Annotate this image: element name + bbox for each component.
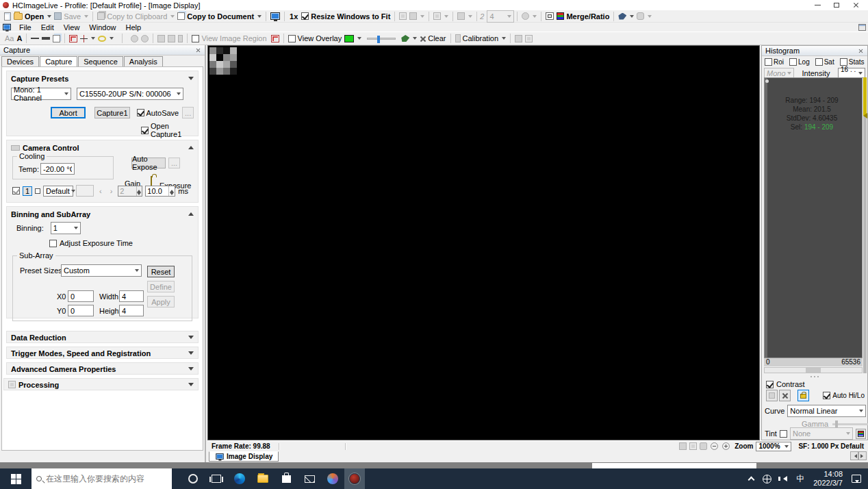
collapse-icon[interactable]: [188, 383, 194, 389]
adjust-exposure-toggle[interactable]: Adjust Exposure Time: [45, 234, 198, 247]
prev-arrow[interactable]: ‹: [97, 187, 105, 195]
task-view-button[interactable]: [205, 468, 228, 489]
collapse-icon[interactable]: [188, 367, 194, 373]
calibration-button[interactable]: Calibration: [454, 34, 508, 42]
snapshot-quick-icon[interactable]: [700, 442, 707, 450]
histogram-scrollbar[interactable]: [764, 367, 863, 373]
channel-1-button[interactable]: 1: [23, 186, 32, 196]
auto-expose-button[interactable]: Auto Expose: [131, 158, 166, 168]
tab-scroll-left-button[interactable]: [850, 451, 858, 460]
contrast-scale-button[interactable]: [766, 390, 778, 401]
image-display-tab[interactable]: Image Display: [209, 451, 279, 462]
camera-control-header[interactable]: Camera Control: [7, 140, 198, 152]
overlay-color-button[interactable]: [343, 35, 363, 42]
zoom-select[interactable]: 1000%: [756, 442, 791, 451]
tab-analysis[interactable]: Analysis: [124, 56, 163, 66]
mdi-window-icon[interactable]: [858, 24, 866, 31]
image-canvas[interactable]: [207, 45, 760, 440]
open-capture1-toggle[interactable]: Open Capture1: [137, 118, 198, 138]
file-explorer-button[interactable]: [251, 468, 275, 489]
binning-header[interactable]: Binning and SubArray: [7, 207, 198, 221]
mail-button[interactable]: [298, 468, 321, 489]
height-field[interactable]: [119, 305, 144, 316]
region-outline-button[interactable]: [408, 12, 426, 20]
collapse-icon[interactable]: [188, 210, 194, 216]
crosshair-dropdown-icon[interactable]: [91, 37, 95, 42]
advanced-camera-section[interactable]: Advanced Camera Properties: [6, 362, 199, 375]
spinner-buttons[interactable]: [136, 186, 142, 196]
cortana-button[interactable]: [181, 468, 205, 489]
exposure-lock-icon[interactable]: [151, 176, 152, 186]
sequence-pane-button[interactable]: [544, 12, 555, 20]
crosshair-button[interactable]: [79, 35, 97, 42]
open-capture1-checkbox[interactable]: [141, 127, 149, 134]
rotate-left-button[interactable]: [156, 35, 166, 42]
overlay-opacity-slider[interactable]: [367, 38, 396, 40]
store-button[interactable]: [275, 468, 298, 489]
taskbar-clock[interactable]: 14:08 2022/3/7: [813, 470, 843, 488]
hidden-icons-chevron[interactable]: [748, 477, 755, 484]
slider-thumb[interactable]: [377, 36, 380, 43]
clear-overlay-button[interactable]: Clear: [418, 34, 447, 42]
autosave-checkbox[interactable]: [137, 109, 144, 116]
gear-button-1[interactable]: [129, 35, 140, 42]
curve-select[interactable]: Normal Linear: [787, 405, 866, 417]
preset-sizes-select[interactable]: Custom: [61, 264, 142, 277]
minimize-button[interactable]: [808, 1, 827, 10]
adjust-exposure-checkbox[interactable]: [49, 240, 57, 247]
save-button[interactable]: Save: [53, 12, 90, 21]
annotation-count-select[interactable]: 4: [487, 10, 514, 23]
temp-field[interactable]: [40, 163, 75, 175]
calibration-edit-button[interactable]: [513, 35, 524, 42]
open-dropdown-icon[interactable]: [47, 15, 51, 20]
exposure-spinner[interactable]: [145, 186, 175, 197]
text-style-button[interactable]: Aa: [3, 34, 15, 42]
view-image-region-checkbox[interactable]: [192, 35, 199, 42]
next-arrow[interactable]: ›: [107, 187, 116, 195]
gear-button-2[interactable]: [140, 35, 150, 42]
collapse-icon[interactable]: [188, 143, 194, 149]
tab-sequence[interactable]: Sequence: [78, 56, 123, 66]
fill-color-dropdown-icon[interactable]: [630, 15, 634, 20]
fill-color-button[interactable]: [617, 13, 635, 20]
edge-button[interactable]: [228, 468, 251, 489]
image-annotation-button[interactable]: [456, 12, 474, 20]
zoom-out-button[interactable]: [711, 442, 718, 450]
trigger-modes-section[interactable]: Trigger Modes, Speed and Registration: [6, 347, 199, 359]
channel-select[interactable]: Mono: [764, 68, 794, 78]
abort-button[interactable]: Abort: [51, 107, 86, 118]
pin-button[interactable]: [177, 35, 184, 42]
spinner-buttons[interactable]: [168, 186, 175, 196]
histogram-quick-icon[interactable]: [679, 442, 687, 450]
auto-hilo-toggle[interactable]: Auto Hi/Lo: [823, 392, 865, 399]
save-dropdown-icon[interactable]: [84, 15, 88, 20]
lasso-button[interactable]: [97, 35, 115, 42]
high-marker[interactable]: [860, 113, 867, 118]
region-tool-button[interactable]: [398, 12, 408, 20]
copy-to-document-button[interactable]: Copy to Document: [176, 12, 263, 21]
log-toggle[interactable]: Log: [789, 58, 810, 66]
define-button[interactable]: Define: [147, 281, 175, 292]
overlay-color-dropdown-icon[interactable]: [357, 37, 361, 42]
menu-file[interactable]: File: [14, 23, 36, 32]
grid-dropdown-icon[interactable]: [444, 15, 448, 20]
resize-windows-to-fit-toggle[interactable]: Resize Windows to Fit: [300, 12, 392, 21]
tab-scroll-right-button[interactable]: [858, 451, 867, 460]
merge-ratio-button[interactable]: Merge/Ratio: [555, 12, 611, 21]
contrast-lock-button[interactable]: [797, 390, 809, 401]
overlay-paint-dropdown-icon[interactable]: [413, 37, 417, 42]
binning-select[interactable]: 1: [51, 222, 81, 234]
action-center-icon[interactable]: [852, 475, 861, 483]
contrast-quick-icon[interactable]: [689, 442, 697, 450]
view-overlay-toggle[interactable]: View Overlay: [287, 34, 344, 42]
start-button[interactable]: [0, 468, 31, 489]
low-marker[interactable]: [765, 79, 769, 83]
rotate-right-button[interactable]: [166, 35, 177, 42]
overlay-paint-button[interactable]: [400, 35, 418, 42]
camera-select[interactable]: C15550-20UP S/N: 000006: [77, 88, 183, 100]
bit-depth-select[interactable]: 16 . . .: [838, 68, 865, 78]
capture-presets-header[interactable]: Capture Presets: [7, 71, 198, 85]
sphere-dropdown-icon[interactable]: [533, 15, 537, 20]
lasso-dropdown-icon[interactable]: [110, 37, 114, 42]
view-image-region-toggle[interactable]: View Image Region: [190, 34, 280, 42]
